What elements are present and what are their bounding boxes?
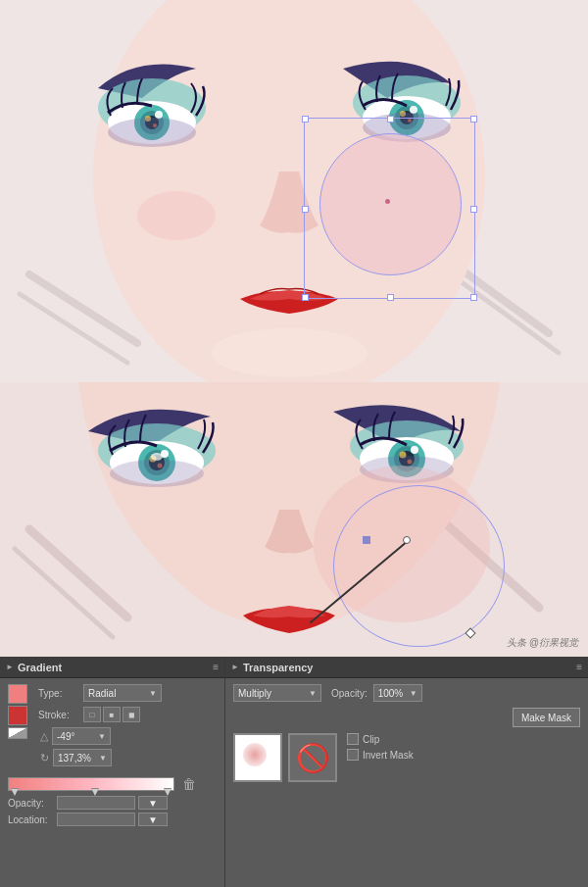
- gradient-params: Type: Radial ▼ Stroke: □ ■ ◼: [38, 684, 217, 770]
- angle-input[interactable]: -49° ▼: [52, 727, 111, 745]
- make-mask-button[interactable]: Make Mask: [513, 708, 580, 727]
- gradient-color-swatches: [8, 684, 27, 739]
- transparency-panel-titlebar: ► Transparency ≡: [225, 657, 588, 678]
- stroke-buttons: □ ■ ◼: [83, 707, 140, 722]
- blend-mode-dropdown[interactable]: Multiply ▼: [233, 684, 321, 702]
- gradient-circle: [333, 485, 505, 647]
- opacity-slider[interactable]: [57, 796, 135, 810]
- transparency-panel: ► Transparency ≡ Multiply ▼ Opacity: 100…: [225, 657, 588, 887]
- svg-point-21: [410, 106, 417, 114]
- trans-panel-content: Multiply ▼ Opacity: 100% ▼ Make Mask: [225, 678, 588, 788]
- type-dropdown[interactable]: Radial ▼: [83, 684, 162, 702]
- stroke-label: Stroke:: [38, 710, 83, 720]
- mask-previews-row: 🚫 Clip Invert Mask: [233, 733, 580, 782]
- gradient-panel-title: Gradient: [18, 662, 62, 673]
- angle-row: △ -49° ▼: [38, 727, 217, 745]
- gradient-start-handle[interactable]: [403, 536, 411, 544]
- gradient-blusher-handle[interactable]: [363, 536, 370, 544]
- stroke-btn-2[interactable]: ■: [103, 707, 121, 722]
- location-row: Location: ▼: [8, 813, 217, 826]
- gradient-delete-btn[interactable]: 🗑: [182, 776, 196, 792]
- opacity-row: Opacity: ▼: [8, 796, 217, 810]
- scale-icon: ↻: [40, 752, 49, 764]
- opacity-label: Opacity:: [8, 798, 57, 809]
- trans-panel-collapse-icon: ►: [231, 663, 239, 671]
- angle-icon: △: [40, 730, 48, 743]
- mask-preview-fill[interactable]: [233, 733, 282, 782]
- type-dropdown-arrow: ▼: [149, 689, 157, 698]
- gradient-bar[interactable]: [8, 777, 174, 791]
- gradient-color-swatch-2[interactable]: [8, 706, 27, 725]
- artwork-top: [0, 0, 588, 382]
- gradient-panel-titlebar: ► Gradient ≡: [0, 657, 224, 678]
- scale-row: ↻ 137,3% ▼: [38, 749, 217, 766]
- location-label: Location:: [8, 814, 57, 825]
- svg-point-46: [151, 453, 163, 461]
- gradient-bar-row: 🗑: [8, 776, 217, 792]
- type-row: Type: Radial ▼: [38, 684, 217, 702]
- stroke-btn-3[interactable]: ◼: [122, 707, 140, 722]
- opacity-label-trans: Opacity:: [331, 688, 368, 699]
- gradient-panel-menu-btn[interactable]: ≡: [213, 662, 219, 672]
- svg-point-47: [110, 460, 204, 487]
- invert-mask-label: Invert Mask: [363, 750, 414, 761]
- svg-point-25: [137, 191, 216, 240]
- svg-point-24: [211, 328, 368, 377]
- location-slider[interactable]: [57, 813, 135, 826]
- gradient-stop-right[interactable]: [164, 788, 172, 796]
- panel-collapse-icon: ►: [6, 663, 14, 671]
- svg-point-22: [108, 118, 196, 147]
- gradient-bar-container: 🗑: [8, 776, 217, 792]
- clip-option-row: Clip: [347, 733, 414, 745]
- location-dropdown[interactable]: ▼: [138, 813, 168, 826]
- panels-row: ► Gradient ≡ Type: R: [0, 657, 588, 887]
- gradient-panel-content: Type: Radial ▼ Stroke: □ ■ ◼: [0, 678, 224, 835]
- artwork-bottom: [0, 382, 588, 657]
- gradient-color-swatch-1[interactable]: [8, 684, 27, 704]
- transparency-panel-menu-btn[interactable]: ≡: [576, 662, 582, 672]
- stroke-btn-1[interactable]: □: [83, 707, 101, 722]
- svg-point-15: [155, 111, 163, 119]
- gradient-stop-mid[interactable]: [91, 788, 99, 796]
- gradient-panel: ► Gradient ≡ Type: R: [0, 657, 225, 887]
- mask-preview-empty[interactable]: 🚫: [288, 733, 337, 782]
- gradient-stop-left[interactable]: [11, 788, 19, 796]
- invert-mask-option-row: Invert Mask: [347, 749, 414, 761]
- blend-opacity-row: Multiply ▼ Opacity: 100% ▼: [233, 684, 580, 702]
- stroke-row: Stroke: □ ■ ◼: [38, 707, 217, 722]
- svg-point-45: [411, 446, 418, 454]
- blend-mode-arrow: ▼: [309, 689, 317, 698]
- opacity-value-input[interactable]: 100% ▼: [373, 684, 422, 702]
- mask-options: Clip Invert Mask: [347, 733, 414, 761]
- selection-box: [304, 118, 475, 299]
- opacity-dropdown[interactable]: ▼: [138, 796, 168, 810]
- make-mask-row: Make Mask: [233, 708, 580, 727]
- scale-input[interactable]: 137,3% ▼: [53, 749, 112, 766]
- no-entry-icon: 🚫: [296, 742, 330, 774]
- mask-preview-inner: [243, 743, 267, 766]
- type-label: Type:: [38, 688, 83, 699]
- gradient-swap-icon[interactable]: [8, 727, 27, 739]
- opacity-location-rows: Opacity: ▼ Location: ▼: [8, 796, 217, 826]
- clip-checkbox[interactable]: [347, 733, 359, 745]
- transparency-panel-title: Transparency: [243, 662, 314, 673]
- invert-mask-checkbox[interactable]: [347, 749, 359, 761]
- clip-label: Clip: [363, 734, 379, 745]
